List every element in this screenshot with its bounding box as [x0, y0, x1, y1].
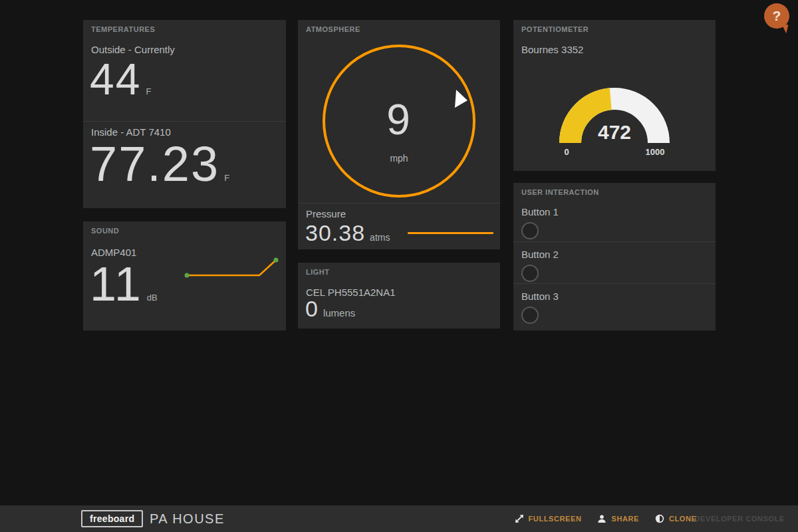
fullscreen-icon: [515, 514, 524, 523]
button-row: Button 3: [513, 283, 716, 325]
share-label: SHARE: [611, 515, 639, 523]
pane-atmosphere: ATMOSPHERE 9 mph Pressure 30.38 atms: [298, 20, 500, 249]
widget-label: Pressure: [306, 208, 346, 219]
widget-label: ADMP401: [91, 247, 136, 258]
button-2-indicator-light: [521, 265, 539, 282]
unit-label: dB: [147, 293, 158, 303]
fullscreen-label: FULLSCREEN: [529, 515, 582, 523]
pane-title: ATMOSPHERE: [306, 25, 360, 33]
gauge-max-label: 1000: [646, 147, 665, 157]
pane-title: USER INTERACTION: [521, 188, 599, 196]
pane-potentiometer: POTENTIOMETER Bournes 3352 472 0 1000: [513, 20, 716, 171]
widget-label: Bournes 3352: [521, 44, 583, 55]
gauge-value: 472: [598, 121, 631, 143]
clone-label: CLONE: [669, 515, 697, 523]
pane-temperatures: TEMPERATURES Outside - Currently 44 F In…: [83, 20, 286, 208]
clone-button[interactable]: CLONE: [655, 514, 697, 523]
footer-toolbar: freeboard PA HOUSE FULLSCREEN SHARE CLON…: [0, 505, 798, 532]
share-person-icon: [597, 514, 606, 523]
pressure-sparkline: [408, 232, 493, 234]
unit-label: lumens: [323, 307, 355, 319]
help-glyph: ?: [773, 8, 781, 24]
widget-label: Button 2: [521, 249, 708, 260]
unit-label: atms: [370, 232, 390, 243]
light-value: 0 lumens: [305, 297, 355, 320]
developer-console-link[interactable]: DEVELOPER CONSOLE: [695, 515, 785, 523]
share-button[interactable]: SHARE: [597, 514, 639, 523]
unit-label: F: [146, 86, 151, 96]
freeboard-logo[interactable]: freeboard: [81, 510, 143, 527]
widget-label: Outside - Currently: [91, 44, 175, 55]
button-1-indicator-light: [521, 222, 539, 239]
widget-label: Button 1: [521, 206, 708, 217]
pressure-value: 30.38 atms: [305, 221, 390, 244]
footer-actions: FULLSCREEN SHARE CLONE DEVELOPER CONSOLE: [515, 505, 785, 532]
pane-title: POTENTIOMETER: [521, 25, 589, 33]
pane-user-interaction: USER INTERACTION Button 1 Button 2 Butto…: [513, 183, 716, 331]
temperature-outside-value: 44 F: [90, 57, 151, 101]
sound-value: 11 dB: [90, 260, 158, 308]
pane-title: TEMPERATURES: [91, 25, 155, 33]
button-3-indicator-light: [521, 307, 539, 324]
divider: [298, 203, 500, 203]
widget-label: Button 3: [521, 291, 708, 302]
button-row: Button 1: [513, 200, 716, 241]
wind-speed-value: 9: [298, 98, 500, 141]
help-bubble-icon[interactable]: ?: [764, 3, 789, 29]
button-row: Button 2: [513, 241, 716, 283]
widget-label: CEL PH5551A2NA1: [306, 287, 396, 298]
temperature-inside-value: 77.23 F: [90, 140, 229, 189]
clone-half-circle-icon: [655, 514, 664, 523]
unit-label: F: [224, 173, 229, 183]
pane-sound: SOUND ADMP401 11 dB: [83, 221, 286, 331]
pane-light: LIGHT CEL PH5551A2NA1 0 lumens: [298, 263, 500, 329]
gauge-min-label: 0: [564, 147, 569, 157]
dashboard-title: PA HOUSE: [150, 511, 225, 527]
potentiometer-gauge: 472 0 1000: [558, 83, 671, 158]
wind-speed-unit: mph: [298, 153, 500, 164]
pane-title: LIGHT: [306, 268, 330, 276]
fullscreen-button[interactable]: FULLSCREEN: [515, 514, 582, 523]
divider: [83, 121, 286, 122]
sound-sparkline-chart: [176, 253, 281, 283]
pane-title: SOUND: [91, 227, 119, 235]
dashboard-board: TEMPERATURES Outside - Currently 44 F In…: [0, 0, 798, 532]
